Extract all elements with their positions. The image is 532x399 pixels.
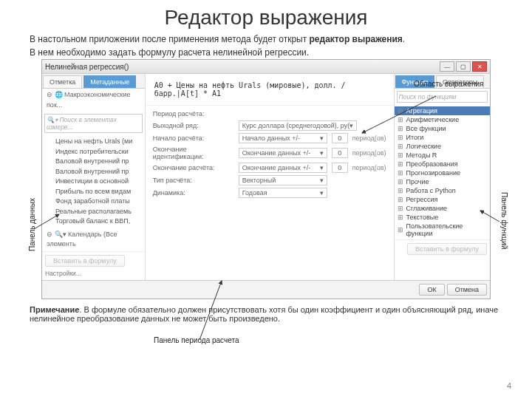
intro-text-1: В настольном приложении после применения… [30, 34, 502, 44]
offset-stepper[interactable]: 0 [332, 133, 348, 143]
window-titlebar: Нелинейная регрессия() — ▢ ✕ [42, 60, 490, 74]
calc-type-select[interactable]: Векторный▾ [239, 175, 327, 185]
page-number: 4 [507, 381, 511, 390]
dynamics-select[interactable]: Годовая▾ [239, 188, 327, 198]
elements-tree: Цены на нефть Urals (ми Индекс потребите… [42, 135, 145, 228]
search-elements-input[interactable]: 🔍▾ Поиск в элементах измере... [44, 114, 143, 133]
intro-text-2: В нем необходимо задать формулу расчета … [30, 47, 502, 58]
dialog-footer: ОК Отмена [42, 280, 490, 299]
category-item[interactable]: ⊞Арифметические [395, 115, 491, 124]
search-icon: 🔍▾ [47, 116, 58, 123]
param-label: Динамика: [153, 189, 234, 197]
chevron-down-icon: ▾ [320, 189, 324, 197]
tree-root-macro[interactable]: ⊖ 🌐 Макроэкономические пок... [47, 90, 140, 110]
param-label: Тип расчёта: [153, 177, 234, 184]
chevron-down-icon: ▾ [349, 122, 353, 129]
label-expression-area: Область выражения [414, 80, 483, 88]
calc-start-select[interactable]: Начало данных +/-▾ [239, 133, 327, 143]
list-item[interactable]: Прибыль по всем видам [47, 187, 140, 197]
category-item[interactable]: ⊞Методы R [395, 151, 491, 160]
insert-to-formula-button[interactable]: Вставить в формулу [45, 255, 125, 267]
category-item[interactable]: ⊞Преобразования [395, 160, 491, 168]
label-data-panel: Панель данных [28, 198, 36, 251]
list-item[interactable]: Фонд заработной платы [47, 197, 140, 207]
slide-title: Редактор выражения [0, 6, 532, 30]
data-panel: Отметка Метаданные ⊖ 🌐 Макроэкономически… [42, 74, 146, 280]
offset-stepper[interactable]: 0 [332, 163, 348, 173]
category-item[interactable]: ⊞Пользовательские функции [395, 222, 491, 238]
output-series-select[interactable]: Курс доллара (среднегодовой), ру(▾ [239, 120, 358, 131]
chevron-down-icon: ▾ [320, 177, 324, 184]
center-panel: A0 + Цены на нефть Urals (мировые), долл… [146, 74, 394, 280]
function-categories: ⊞Агрегация ⊞Арифметические ⊞Все функции … [395, 105, 491, 239]
list-item[interactable]: Реальные располагаемь [47, 207, 140, 217]
category-item[interactable]: ⊞Прочие [395, 177, 491, 186]
category-item[interactable]: ⊞Прогнозирование [395, 168, 491, 177]
search-functions-input[interactable]: Поиск по функциям [397, 91, 488, 103]
param-label: Окончание расчёта: [153, 164, 234, 171]
list-item[interactable]: Торговый баланс к ВВП, [47, 216, 140, 227]
param-label: Выходной ряд: [153, 122, 234, 129]
category-item[interactable]: ⊞Итоги [395, 133, 491, 142]
globe-icon: 🌐 [55, 91, 63, 98]
search-icon: 🔍▾ [55, 231, 66, 238]
cancel-button[interactable]: Отмена [447, 284, 487, 296]
category-item[interactable]: ⊞Логические [395, 142, 491, 151]
category-item[interactable]: ⊞Сглаживание [395, 204, 491, 213]
expression-area[interactable]: A0 + Цены на нефть Urals (мировые), долл… [146, 74, 394, 106]
note-text: Примечание. В формуле обязательно должен… [30, 305, 502, 323]
list-item[interactable]: Валовой внутренний пр [47, 157, 140, 167]
window-minimize-button[interactable]: — [440, 61, 454, 72]
offset-stepper[interactable]: 0 [332, 148, 348, 158]
chevron-down-icon: ▾ [320, 134, 324, 142]
label-calc-panel: Панель периода расчета [154, 336, 239, 344]
window-maximize-button[interactable]: ▢ [456, 61, 471, 72]
category-item[interactable]: ⊞Текстовые [395, 213, 491, 222]
list-item[interactable]: Инвестиции в основной [47, 177, 140, 187]
functions-panel: Функции Операторы Поиск по функциям ⊞Агр… [394, 74, 491, 280]
param-label: Окончание идентификации: [153, 146, 234, 160]
calc-period-panel: Период расчёта: Выходной ряд:Курс доллар… [146, 106, 394, 205]
chevron-down-icon: ▾ [320, 149, 324, 157]
list-item[interactable]: Индекс потребительски [47, 147, 140, 157]
tab-otmetka[interactable]: Отметка [43, 75, 82, 88]
list-item[interactable]: Цены на нефть Urals (ми [47, 137, 140, 147]
tree-root-calendar[interactable]: ⊖ 🔍▾ Календарь (Все элементь [47, 230, 140, 250]
ident-end-select[interactable]: Окончание данных +/-▾ [239, 148, 327, 158]
window-title: Нелинейная регрессия() [45, 63, 129, 71]
category-item[interactable]: ⊞Регрессия [395, 195, 491, 204]
window-close-button[interactable]: ✕ [472, 61, 487, 72]
category-item[interactable]: ⊞Агрегация [395, 106, 491, 115]
tab-metadata[interactable]: Метаданные [83, 75, 136, 88]
label-functions-panel: Панель функций [500, 192, 508, 249]
calc-end-select[interactable]: Окончание данных +/-▾ [239, 163, 327, 173]
params-title: Период расчёта: [153, 110, 386, 117]
list-item[interactable]: Валовой внутренний пр [47, 167, 140, 177]
expression-editor-window: Нелинейная регрессия() — ▢ ✕ Отметка Мет… [41, 59, 491, 299]
ok-button[interactable]: ОК [419, 284, 444, 296]
insert-function-button[interactable]: Вставить в формулу [407, 243, 487, 255]
settings-link[interactable]: Настройки... [45, 270, 81, 277]
category-item[interactable]: ⊞Работа с Python [395, 186, 491, 195]
chevron-down-icon: ▾ [320, 164, 324, 171]
param-label: Начало расчёта: [153, 134, 234, 142]
category-item[interactable]: ⊞Все функции [395, 124, 491, 133]
